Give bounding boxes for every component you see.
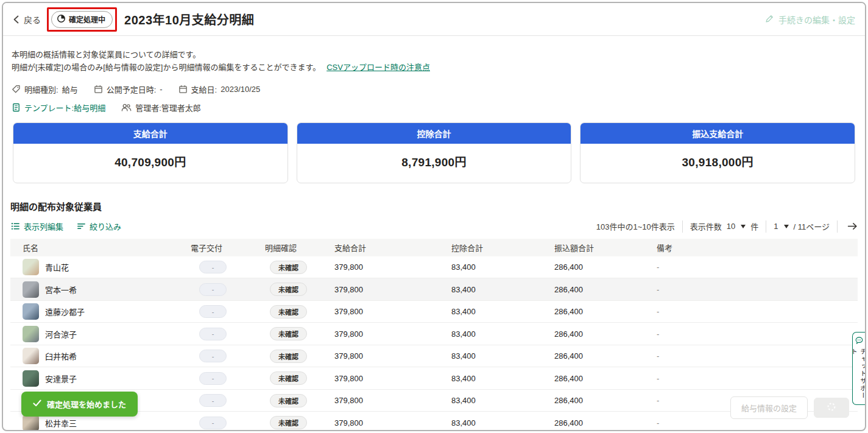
table-header-row: 氏名 電子交付 明細確認 支給合計 控除合計 振込額合計 備考 <box>10 239 858 256</box>
next-page-button[interactable] <box>847 222 858 230</box>
confirm-loading-button[interactable] <box>814 398 849 418</box>
per-page-select[interactable]: 10 <box>727 222 746 231</box>
transfer-total-value: 286,400 <box>554 262 657 272</box>
chevron-down-icon <box>741 225 746 228</box>
transfer-total-value: 286,400 <box>554 374 657 383</box>
employee-avatar <box>23 281 39 298</box>
calendar-icon <box>94 85 103 94</box>
page-select[interactable]: 1 <box>774 222 788 231</box>
payment-total-value: 379,800 <box>334 329 451 339</box>
col-header-deduction: 控除合計 <box>451 242 554 253</box>
employee-name: 安達景子 <box>45 373 77 384</box>
pagination: 103件中の1~10件表示 表示件数 10 件 1 / 11ペ <box>596 220 858 233</box>
divider <box>766 220 766 233</box>
chat-support-tab[interactable]: チャットサポート <box>852 332 865 405</box>
col-header-name: 氏名 <box>10 242 191 253</box>
template-link[interactable]: テンプレート:給与明細 <box>12 102 105 113</box>
payment-total-value: 379,800 <box>334 307 451 316</box>
delivery-badge: - <box>199 328 227 340</box>
publish-datetime-value: - <box>160 85 162 94</box>
people-icon <box>121 103 132 112</box>
section-title: 明細の配布対象従業員 <box>10 200 858 213</box>
note-value: - <box>657 418 858 428</box>
employee-avatar <box>23 326 39 342</box>
admin-info-label: 管理者:管理者太郎 <box>135 102 201 113</box>
employee-avatar <box>23 259 39 275</box>
delivery-badge: - <box>199 283 227 296</box>
table-row[interactable]: 安達景子 - 未確認 379,800 83,400 286,400 - <box>10 367 858 390</box>
per-page-label: 表示件数 <box>690 220 722 232</box>
delivery-badge: - <box>199 350 227 362</box>
divider <box>682 220 683 233</box>
check-icon <box>33 400 41 409</box>
transfer-total-card: 振込支給合計 30,918,000円 <box>580 122 855 183</box>
red-highlight-annotation: 確定処理中 <box>47 7 117 32</box>
pay-date: 支給日: 2023/10/25 <box>178 83 261 95</box>
divider <box>837 220 838 233</box>
calendar-icon <box>178 85 188 94</box>
employee-avatar <box>23 348 39 364</box>
table-row[interactable]: 臼井祐希 - 未確認 379,800 83,400 286,400 - <box>10 345 858 368</box>
table-row[interactable]: 遠藤沙都子 - 未確認 379,800 83,400 286,400 - <box>10 301 858 323</box>
card-amount: 8,791,900円 <box>297 144 571 183</box>
filter-label: 絞り込み <box>90 220 121 232</box>
edit-columns-button[interactable]: 表示列編集 <box>10 220 63 232</box>
page-total: / 11ページ <box>794 220 830 232</box>
csv-notes-link[interactable]: CSVアップロード時の注意点 <box>326 63 430 72</box>
summary-cards: 支給合計 40,709,900円 控除合計 8,791,900円 振込支給合計 … <box>13 122 855 183</box>
chevron-left-icon <box>13 15 19 24</box>
status-badge: 未確認 <box>270 261 307 274</box>
per-page-unit: 件 <box>750 220 758 232</box>
transfer-total-value: 286,400 <box>554 285 657 294</box>
transfer-total-value: 286,400 <box>554 418 657 428</box>
card-header: 支給合計 <box>13 123 288 144</box>
status-badge: 未確認 <box>270 350 307 363</box>
delivery-badge: - <box>199 372 227 385</box>
spinner-icon <box>827 402 836 414</box>
note-value: - <box>657 262 858 272</box>
status-badge-label: 確定処理中 <box>69 14 105 24</box>
per-page-value: 10 <box>727 222 735 231</box>
col-header-delivery: 電子交付 <box>191 242 265 253</box>
pagination-range: 103件中の1~10件表示 <box>596 220 675 232</box>
admin-info: 管理者:管理者太郎 <box>121 102 201 113</box>
payment-total-value: 379,800 <box>334 418 451 428</box>
column-list-icon <box>10 222 20 231</box>
employee-avatar <box>23 303 39 320</box>
salary-settings-button[interactable]: 給与情報の設定 <box>730 396 808 419</box>
toast-label: 確定処理を始めました <box>47 398 126 410</box>
note-value: - <box>657 329 858 339</box>
employee-avatar <box>23 415 39 431</box>
footer-actions: 給与情報の設定 <box>730 396 849 419</box>
payment-total-value: 379,800 <box>334 262 451 272</box>
edit-settings-link[interactable]: 手続きの編集・設定 <box>765 13 855 26</box>
delivery-badge: - <box>199 417 227 429</box>
filter-button[interactable]: 絞り込み <box>77 220 121 232</box>
employee-name: 臼井祐希 <box>45 350 77 362</box>
statement-meta-2: テンプレート:給与明細 管理者:管理者太郎 <box>12 102 856 113</box>
payment-total-card: 支給合計 40,709,900円 <box>13 122 288 183</box>
payment-total-value: 379,800 <box>334 396 451 405</box>
back-button[interactable]: 戻る <box>13 13 41 26</box>
deduction-total-value: 83,400 <box>451 285 554 294</box>
pencil-icon <box>765 14 774 25</box>
statement-type-label: 明細種別: <box>24 83 58 95</box>
payment-total-value: 379,800 <box>334 285 451 294</box>
card-amount: 40,709,900円 <box>13 144 288 183</box>
table-row[interactable]: 青山花 - 未確認 379,800 83,400 286,400 - <box>10 256 858 279</box>
status-badge: 未確認 <box>270 416 307 429</box>
back-label: 戻る <box>24 13 41 26</box>
employee-avatar <box>23 370 39 387</box>
note-value: - <box>657 374 858 383</box>
status-badge: 未確認 <box>270 371 307 385</box>
employee-name: 河合涼子 <box>45 328 77 340</box>
table-row[interactable]: 宮本一希 - 未確認 379,800 83,400 286,400 - <box>10 278 858 301</box>
note-value: - <box>657 285 858 294</box>
delivery-badge: - <box>199 261 227 273</box>
publish-datetime-label: 公開予定日時: <box>107 83 157 95</box>
deduction-total-value: 83,400 <box>451 396 554 405</box>
col-header-payment: 支給合計 <box>334 242 451 253</box>
table-row[interactable]: 河合涼子 - 未確認 379,800 83,400 286,400 - <box>10 323 858 345</box>
employee-name: 遠藤沙都子 <box>45 306 85 317</box>
statement-type: 明細種別: 給与 <box>12 83 78 95</box>
